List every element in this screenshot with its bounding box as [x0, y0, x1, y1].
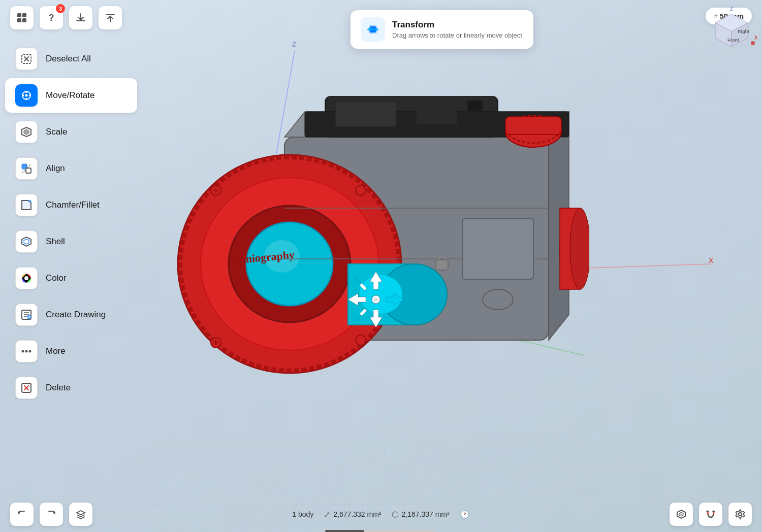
sidebar-item-move-rotate[interactable]: Move/Rotate [5, 78, 137, 113]
create-drawing-label: Create Drawing [46, 310, 106, 320]
align-label: Align [46, 163, 65, 174]
sidebar-item-create-drawing[interactable]: Create Drawing [5, 297, 137, 332]
redo-button[interactable] [40, 503, 63, 526]
scroll-indicator [325, 530, 437, 532]
svg-point-33 [356, 335, 366, 345]
left-sidebar: Deselect All Move/Rotate Scale [0, 36, 142, 496]
svg-point-64 [751, 41, 755, 45]
tooltip-description: Drag arrows to rotate or linearly move o… [392, 31, 522, 39]
deselect-label: Deselect All [46, 54, 91, 64]
delete-icon [15, 377, 38, 399]
color-icon [15, 267, 38, 289]
svg-point-88 [22, 350, 24, 353]
delete-label: Delete [46, 383, 71, 393]
more-label: More [46, 346, 66, 356]
volume-value: 2,167.337 mm³ [402, 510, 450, 518]
sidebar-item-deselect[interactable]: Deselect All [5, 42, 137, 76]
bottom-right-controls [670, 503, 752, 526]
notification-badge: 3 [56, 4, 65, 13]
svg-rect-10 [335, 102, 396, 127]
scale-label: Scale [46, 127, 68, 137]
tooltip-text: Transform Drag arrows to rotate or linea… [392, 20, 522, 39]
svg-point-70 [25, 94, 28, 97]
sidebar-item-delete[interactable]: Delete [5, 371, 137, 405]
tooltip-icon [361, 17, 385, 42]
svg-point-41 [483, 289, 513, 310]
svg-rect-51 [17, 13, 21, 17]
bottom-left-controls [10, 503, 92, 526]
help-button[interactable]: ? 3 [40, 6, 63, 29]
grid-button[interactable] [10, 6, 34, 29]
tooltip-title: Transform [392, 20, 522, 30]
sidebar-item-align[interactable]: Align [5, 151, 137, 186]
nav-cube-wrapper: Z Front Right X [706, 5, 757, 58]
svg-point-32 [356, 185, 366, 195]
create-drawing-icon [15, 304, 38, 326]
shell-icon [15, 230, 38, 253]
svg-text:X: X [709, 256, 714, 264]
svg-rect-15 [505, 117, 561, 135]
svg-rect-40 [462, 218, 533, 279]
svg-point-18 [570, 208, 589, 289]
layers-right-button[interactable] [670, 503, 693, 526]
bottom-bar: 1 body ⤢ 2,677.332 mm² ⬡ 2,167.337 mm³ 🕐 [0, 496, 762, 532]
surface-area-stat: ⤢ 2,677.332 mm² [324, 510, 381, 519]
body-count: 1 body [292, 510, 313, 518]
svg-rect-12 [467, 101, 483, 111]
svg-rect-11 [417, 104, 457, 124]
settings-button[interactable] [728, 503, 752, 526]
svg-text:Z: Z [729, 6, 733, 13]
shell-label: Shell [46, 237, 65, 247]
svg-rect-42 [436, 260, 448, 270]
svg-point-89 [25, 350, 28, 353]
svg-text:X: X [754, 35, 757, 41]
svg-text:Right: Right [738, 29, 749, 34]
sidebar-item-scale[interactable]: Scale [5, 115, 137, 149]
surface-icon: ⤢ [324, 510, 330, 519]
svg-point-102 [739, 513, 742, 516]
magnet-button[interactable] [699, 503, 722, 526]
sidebar-item-chamfer[interactable]: Chamfer/Fillet [5, 188, 137, 222]
color-label: Color [46, 273, 67, 283]
share-button[interactable] [99, 6, 122, 29]
svg-marker-97 [679, 512, 683, 516]
download-button[interactable] [69, 6, 92, 29]
undo-button[interactable] [10, 503, 34, 526]
bottom-center-stats: 1 body ⤢ 2,677.332 mm² ⬡ 2,167.337 mm³ 🕐 [292, 510, 469, 519]
scale-icon [15, 121, 38, 143]
svg-rect-52 [22, 13, 26, 17]
svg-point-50 [374, 297, 378, 302]
volume-icon: ⬡ [392, 510, 399, 519]
nav-cube[interactable]: Z Front Right X [706, 5, 757, 56]
svg-marker-77 [22, 237, 31, 246]
sidebar-item-more[interactable]: More [5, 334, 137, 369]
svg-marker-72 [24, 129, 29, 135]
layers-button[interactable] [69, 503, 92, 526]
svg-point-90 [29, 350, 31, 353]
chamfer-label: Chamfer/Fillet [46, 200, 100, 210]
move-rotate-icon [15, 84, 38, 107]
sidebar-item-shell[interactable]: Shell [5, 224, 137, 259]
move-rotate-label: Move/Rotate [46, 90, 94, 101]
transform-tooltip: Transform Drag arrows to rotate or linea… [351, 10, 533, 49]
time-icon: 🕐 [460, 510, 470, 519]
body-count-stat: 1 body [292, 510, 313, 518]
svg-marker-78 [24, 239, 29, 244]
deselect-icon [15, 48, 38, 70]
more-icon [15, 340, 38, 362]
svg-rect-54 [22, 18, 26, 22]
time-stat: 🕐 [460, 510, 470, 519]
scroll-indicator-fill [325, 530, 364, 532]
align-icon [15, 157, 38, 180]
svg-text:Front: Front [727, 38, 739, 43]
volume-stat: ⬡ 2,167.337 mm³ [392, 510, 450, 519]
svg-rect-53 [17, 18, 21, 22]
surface-area: 2,677.332 mm² [333, 510, 381, 518]
chamfer-icon [15, 194, 38, 216]
svg-point-80 [24, 276, 28, 280]
sidebar-item-color[interactable]: Color [5, 261, 137, 295]
camera-model: Tomiography [132, 46, 589, 426]
